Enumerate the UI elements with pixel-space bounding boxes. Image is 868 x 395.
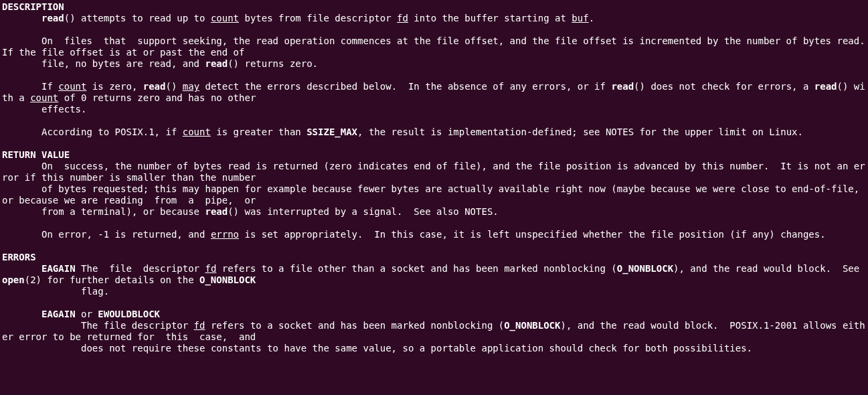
const-o-nonblock: O_NONBLOCK	[504, 320, 560, 331]
const-o-nonblock: O_NONBLOCK	[617, 263, 673, 274]
err-eagain2-l1-mid1: refers to a socket and has been marked n…	[205, 320, 504, 331]
func-read: read	[143, 81, 166, 92]
var-errno: errno	[211, 229, 239, 240]
desc-line4-mid3: detect the errors described below. In th…	[199, 81, 611, 92]
err-eagain1-mid3: ), and the read would block. See	[673, 263, 865, 274]
arg-fd: fd	[205, 263, 216, 274]
desc-line4-mid4: () does not check for errors, a	[634, 81, 814, 92]
rv-line3-pre: from a terminal), or because	[2, 206, 205, 217]
desc-line5: effects.	[2, 104, 86, 114]
func-read: read	[41, 13, 64, 23]
desc-line6-pre: According to POSIX.1, if	[2, 127, 183, 137]
arg-count: count	[211, 13, 239, 23]
desc-line6-end: , the result is implementation-defined; …	[357, 127, 803, 137]
arg-count: count	[183, 127, 211, 137]
desc-line4-mid2: ()	[165, 81, 182, 92]
err-eagain1-mid4: (2) for further details on the	[25, 274, 199, 285]
err-eagain1-flag: flag.	[2, 286, 109, 297]
const-o-nonblock: O_NONBLOCK	[199, 274, 256, 285]
desc-line3-pre: file, no bytes are read, and	[2, 58, 205, 69]
desc-line3-end: () returns zero.	[228, 58, 318, 69]
section-header-description: DESCRIPTION	[2, 1, 64, 12]
err-eagain2-or: or	[76, 309, 98, 319]
word-may: may	[183, 81, 199, 92]
arg-fd: fd	[194, 320, 205, 331]
rv-line2: of bytes requested; this may happen for …	[2, 183, 865, 206]
arg-count: count	[30, 92, 58, 103]
desc-line6-mid1: is greater than	[211, 127, 307, 137]
const-ssize-max: SSIZE_MAX	[307, 127, 357, 137]
manpage-content: DESCRIPTION read() attempts to read up t…	[0, 0, 868, 356]
arg-count: count	[58, 81, 86, 92]
err-eagain2-pre	[2, 309, 41, 319]
func-read: read	[611, 81, 634, 92]
err-tag-eagain: EAGAIN	[41, 309, 76, 319]
desc-line1-pre	[2, 13, 41, 23]
section-header-errors: ERRORS	[2, 252, 36, 262]
arg-buf: buf	[572, 13, 588, 23]
func-read: read	[814, 81, 837, 92]
func-read: read	[205, 206, 228, 217]
err-eagain1-pre	[2, 263, 41, 274]
func-read: read	[205, 58, 228, 69]
arg-fd: fd	[397, 13, 408, 23]
desc-line1-mid1: () attempts to read up to	[64, 13, 211, 23]
desc-line4-mid1: is zero,	[86, 81, 143, 92]
err-eagain2-l2: does not require these constants to have…	[2, 343, 752, 353]
rv-line4-pre: On error, -1 is returned, and	[2, 229, 211, 240]
rv-line4-end: is set appropriately. In this case, it i…	[239, 229, 826, 240]
rv-line3-end: () was interrupted by a signal. See also…	[228, 206, 499, 217]
desc-line4-end: of 0 returns zero and has no other	[58, 92, 256, 103]
err-tag-ewouldblock: EWOULDBLOCK	[98, 309, 160, 319]
desc-line1-end: .	[589, 13, 594, 23]
err-tag-eagain: EAGAIN	[41, 263, 76, 274]
err-eagain1-mid1: The file descriptor	[76, 263, 205, 274]
section-header-return-value: RETURN VALUE	[2, 149, 70, 160]
rv-line1: On success, the number of bytes read is …	[2, 161, 865, 183]
err-eagain2-l1-pre: The file descriptor	[2, 320, 194, 331]
desc-line2: On files that support seeking, the read …	[2, 35, 868, 58]
desc-line1-mid3: into the buffer starting at	[408, 13, 572, 23]
func-open: open	[2, 274, 25, 285]
desc-line4-pre: If	[2, 81, 58, 92]
err-eagain1-mid2: refers to a file other than a socket and…	[216, 263, 616, 274]
desc-line1-mid2: bytes from file descriptor	[239, 13, 397, 23]
